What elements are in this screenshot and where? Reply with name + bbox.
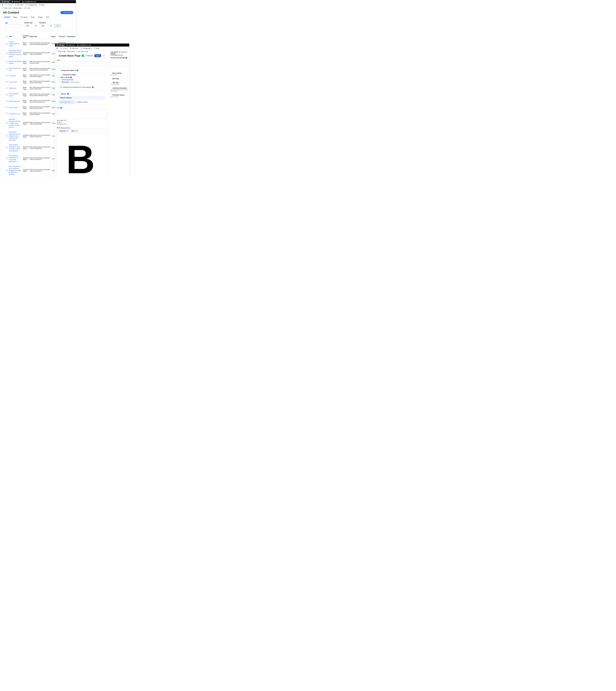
nav-help[interactable]: ?Help	[39, 4, 44, 6]
row-checkbox[interactable]	[6, 43, 7, 44]
banner-toggle[interactable]: Banner ?	[59, 93, 105, 95]
url-alias-toggle[interactable]: URL alias	[111, 82, 128, 83]
title-input[interactable]	[57, 62, 107, 66]
crumb-admin[interactable]: Administration	[14, 7, 22, 9]
row-title-link[interactable]: TestEmbed	[9, 87, 23, 89]
row-checkbox[interactable]	[6, 106, 7, 108]
tab-content[interactable]: Content	[3, 16, 11, 19]
row-title-link[interactable]: Quote Tweet	[9, 107, 23, 108]
revision-log-textarea[interactable]	[111, 59, 128, 67]
drupal-icon	[56, 47, 58, 49]
choose-file-button[interactable]: Choose File	[61, 81, 70, 83]
row-checkbox[interactable]	[6, 87, 7, 89]
add-image-banner-button[interactable]: Add Image Banner	[59, 101, 75, 103]
crumb-add-content[interactable]: Add content	[67, 51, 75, 52]
component-options-toggle[interactable]: Component Options ?	[59, 69, 105, 71]
row-title-link[interactable]: Famine alters metabolism for successive …	[9, 155, 23, 163]
filter-title-input[interactable]	[5, 24, 22, 27]
bold-icon[interactable]: B	[58, 133, 106, 177]
row-checkbox[interactable]	[6, 169, 7, 171]
help-icon[interactable]: ?	[92, 86, 94, 88]
row-title-link[interactable]: Last Embed	[9, 81, 23, 83]
row-checkbox[interactable]	[6, 113, 7, 114]
help-icon[interactable]: ?	[60, 107, 62, 109]
tab-pages[interactable]: Pages	[12, 16, 19, 19]
row-title-link[interactable]: Improve Organization of Pages	[9, 41, 23, 47]
edit-summary-link[interactable]: Edit summary	[61, 127, 70, 128]
open-file-browser-link[interactable]: Open File Browser	[62, 79, 74, 80]
row-checkbox[interactable]	[6, 100, 7, 102]
toolbar-shortcuts[interactable]: Shortcuts	[10, 0, 21, 3]
crumb-current: Create Basic Page	[76, 51, 88, 52]
row-title-link[interactable]: Blockquote Test	[9, 100, 23, 102]
menu-settings-toggle[interactable]: Menu settings	[111, 72, 128, 74]
select-all-checkbox[interactable]	[6, 36, 7, 37]
nav-structure[interactable]: Structure	[15, 4, 23, 6]
nav-structure[interactable]: Structure	[70, 47, 78, 49]
row-checkbox[interactable]	[6, 147, 7, 149]
black-block-toggle[interactable]	[59, 86, 62, 88]
row-title-link[interactable]: Events Schedule Test	[9, 67, 23, 71]
tab-flex-items[interactable]: Flex Items	[19, 16, 29, 19]
toolbar-user[interactable]: user@Brown.edu	[76, 44, 92, 46]
toolbar-manage[interactable]: Manage	[1, 0, 10, 3]
filter-button[interactable]: Filter	[54, 24, 61, 27]
row-title-link[interactable]: After Australia cut drug copays for indi…	[9, 165, 23, 175]
row-title-link[interactable]: Brown.edu Rebuild Project	[9, 60, 23, 64]
row-checkbox[interactable]	[6, 61, 7, 63]
toolbar-user[interactable]: user@Brown.edu	[21, 0, 37, 3]
paragraph-select[interactable]: Paragraph	[58, 130, 69, 132]
published-toggle[interactable]	[82, 55, 86, 57]
toolbar-shortcuts[interactable]: Shortcuts	[65, 44, 76, 46]
settings-gear-button[interactable]	[102, 54, 105, 57]
promotion-options-toggle[interactable]: Promotion options	[111, 94, 128, 96]
help-icon[interactable]: ?	[76, 69, 78, 71]
row-checkbox[interactable]	[6, 75, 7, 77]
col-status[interactable]: Status	[51, 36, 58, 37]
row-checkbox[interactable]	[6, 158, 7, 159]
row-checkbox[interactable]	[6, 122, 7, 124]
meta-tags-toggle[interactable]: Meta Tags	[111, 78, 128, 80]
row-type: Imported News	[23, 134, 29, 138]
styles-select[interactable]: Styles	[70, 130, 78, 132]
page-title: Create Basic Page	[59, 54, 81, 57]
nav-configuration[interactable]: Configuration	[80, 47, 92, 49]
tab-people[interactable]: People	[37, 16, 44, 19]
save-button[interactable]: Save	[94, 54, 101, 57]
col-content-type[interactable]: Content type	[23, 35, 29, 38]
nav-help[interactable]: ?Help	[94, 47, 99, 49]
nav-configuration[interactable]: Configuration	[25, 4, 37, 6]
filter-ct-select[interactable]: - Any -	[24, 24, 37, 27]
nav-content[interactable]: Content	[5, 4, 13, 6]
add-content-button[interactable]: + Add content	[61, 11, 73, 14]
intro-textarea[interactable]	[57, 109, 107, 119]
col-title[interactable]: Title	[9, 36, 23, 37]
toolbar-manage[interactable]: Manage	[56, 44, 65, 46]
row-title-link[interactable]: Test Embeded Events	[9, 93, 23, 97]
row-title-link[interactable]: Child asthma emergency visits drop after…	[9, 144, 23, 152]
crumb-back[interactable]: Back to site	[4, 7, 12, 9]
row-title-link[interactable]: Test Page	[9, 75, 23, 77]
help-icon[interactable]: ?	[126, 57, 127, 59]
col-updated[interactable]: Updated	[58, 35, 67, 38]
component-image-toggle[interactable]: Component Image	[61, 74, 104, 76]
row-checkbox[interactable]	[6, 68, 7, 70]
tab-files[interactable]: Files	[45, 16, 50, 19]
row-title-link[interactable]: Medicaid expansion linked to better care…	[9, 118, 23, 128]
row-checkbox[interactable]	[6, 53, 7, 54]
row-title-link[interactable]: Component List 2	[9, 113, 23, 115]
row-checkbox[interactable]	[6, 94, 7, 96]
row-title-link[interactable]: New stroke treatment proves effective, b…	[9, 131, 23, 141]
crumb-back[interactable]: Back to site	[59, 51, 66, 52]
row-checkbox[interactable]	[6, 135, 7, 137]
filter-pub-select[interactable]: - Any -	[39, 24, 52, 27]
help-icon[interactable]: ?	[70, 77, 72, 78]
row-checkbox[interactable]	[6, 81, 7, 83]
row-title-link[interactable]: East Asian Studies Student Receives Prin…	[9, 49, 23, 58]
help-icon[interactable]: ?	[67, 93, 69, 95]
tab-news[interactable]: News	[29, 16, 36, 19]
authoring-info-toggle[interactable]: Authoring information	[111, 87, 128, 89]
chevron-down-icon[interactable]	[73, 101, 75, 103]
nav-content[interactable]: Content	[60, 47, 68, 49]
file-input[interactable]: Choose File No file chosen	[61, 81, 81, 83]
